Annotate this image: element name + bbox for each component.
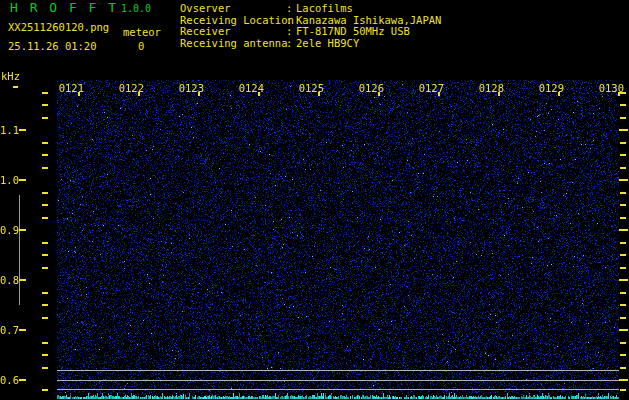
axis-tick <box>620 242 626 244</box>
freq-label: 0.9 <box>0 224 18 236</box>
axis-tick <box>620 267 626 269</box>
hrofft-screen: H R O F F T 1.0.0 XX2511260120.png meteo… <box>0 0 629 400</box>
axis-tick <box>42 389 48 391</box>
spectrogram-canvas <box>57 80 619 399</box>
output-filename: XX2511260120.png <box>8 21 109 33</box>
axis-tick <box>620 217 626 219</box>
axis-tick <box>620 117 626 119</box>
axis-tick <box>620 254 626 256</box>
axis-tick <box>42 92 48 94</box>
axis-tick <box>42 304 48 306</box>
app-version: 1.0.0 <box>121 3 151 14</box>
axis-tick <box>42 142 48 144</box>
axis-tick <box>619 179 628 181</box>
axis-tick <box>438 92 440 96</box>
axis-tick <box>42 267 48 269</box>
axis-tick <box>620 367 626 369</box>
axis-tick <box>19 329 26 331</box>
axis-tick <box>19 129 26 131</box>
left-marker-line <box>19 195 20 305</box>
axis-tick <box>619 279 628 281</box>
axis-tick <box>19 229 26 231</box>
info-row-antenna: Receiving antenna:2ele HB9CY <box>180 38 441 50</box>
axis-tick <box>318 92 320 96</box>
info-value: FT-817ND 50MHz USB <box>296 26 410 38</box>
axis-tick <box>42 342 48 344</box>
axis-tick <box>42 292 48 294</box>
axis-tick <box>19 279 26 281</box>
observer-info: Ovserver:Lacofilms Receiving Location:Ka… <box>180 3 441 49</box>
axis-tick <box>620 304 626 306</box>
axis-tick <box>498 92 500 96</box>
axis-tick <box>620 142 626 144</box>
info-value: Lacofilms <box>296 3 353 15</box>
info-separator: : <box>286 26 296 38</box>
info-separator: : <box>286 38 296 50</box>
meteor-count: 0 <box>138 40 144 52</box>
app-title: H R O F F T <box>10 1 118 15</box>
axis-tick <box>619 379 628 381</box>
freq-axis-unit: kHz <box>1 70 20 82</box>
axis-tick <box>619 329 628 331</box>
axis-tick <box>258 92 260 96</box>
axis-tick <box>620 342 626 344</box>
datetime-label: 25.11.26 01:20 <box>8 40 97 52</box>
axis-tick <box>198 92 200 96</box>
axis-tick <box>42 154 48 156</box>
axis-tick <box>620 354 626 356</box>
freq-label: 0.6 <box>0 374 18 386</box>
info-row-observer: Ovserver:Lacofilms <box>180 3 441 15</box>
axis-tick <box>620 317 626 319</box>
axis-tick <box>19 179 26 181</box>
axis-tick <box>42 204 48 206</box>
axis-tick <box>42 367 48 369</box>
axis-tick <box>620 292 626 294</box>
freq-label: 1.1 <box>0 124 18 136</box>
axis-tick <box>378 92 380 96</box>
info-row-receiver: Receiver:FT-817ND 50MHz USB <box>180 26 441 38</box>
axis-tick <box>620 204 626 206</box>
axis-tick <box>42 117 48 119</box>
axis-tick <box>42 317 48 319</box>
axis-tick <box>78 92 80 96</box>
axis-tick <box>558 92 560 96</box>
axis-tick <box>619 129 628 131</box>
axis-tick <box>620 92 626 94</box>
axis-tick <box>620 389 626 391</box>
freq-label: 0.7 <box>0 324 18 336</box>
freq-label: 1.0 <box>0 174 18 186</box>
axis-tick <box>620 104 626 106</box>
info-label: Ovserver <box>180 3 286 15</box>
axis-tick <box>618 92 620 96</box>
axis-tick <box>619 229 628 231</box>
axis-tick <box>620 154 626 156</box>
info-separator: : <box>286 3 296 15</box>
freq-label: 0.8 <box>0 274 18 286</box>
mode-label: meteor <box>123 26 161 38</box>
axis-tick <box>620 167 626 169</box>
axis-tick <box>42 217 48 219</box>
axis-tick <box>42 254 48 256</box>
axis-tick <box>138 92 140 96</box>
axis-tick <box>620 192 626 194</box>
axis-tick <box>42 192 48 194</box>
axis-tick <box>13 86 18 88</box>
axis-tick <box>42 167 48 169</box>
info-label: Receiving antenna <box>180 38 286 50</box>
axis-tick <box>42 354 48 356</box>
info-value: 2ele HB9CY <box>296 38 359 50</box>
axis-tick <box>42 104 48 106</box>
axis-tick <box>42 242 48 244</box>
info-label: Receiver <box>180 26 286 38</box>
axis-tick <box>19 379 26 381</box>
